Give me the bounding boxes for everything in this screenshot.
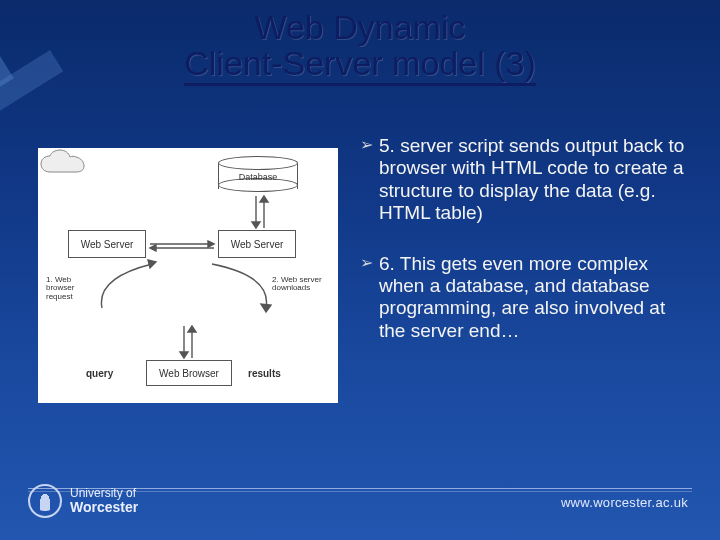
- crest-icon: [28, 484, 62, 518]
- uni-main: Worcester: [70, 500, 138, 515]
- database-label: Database: [218, 172, 298, 182]
- svg-marker-5: [208, 241, 214, 247]
- university-name: University of Worcester: [70, 487, 138, 514]
- server-server-arrow: [146, 240, 218, 252]
- web-server-left: Web Server: [68, 230, 146, 258]
- cloud-browser-arrow: [178, 324, 198, 360]
- query-label: query: [86, 368, 113, 379]
- cloud-to-server-arrow: [206, 258, 276, 314]
- web-server-right: Web Server: [218, 230, 296, 258]
- bullet-text: 5. server script sends output back to br…: [379, 135, 696, 225]
- bullet-text: 6. This gets even more complex when a da…: [379, 253, 696, 343]
- university-logo: University of Worcester: [28, 484, 138, 518]
- bullet-number: 6.: [379, 253, 395, 274]
- footer-url: www.worcester.ac.uk: [561, 495, 688, 510]
- bullet-item: ➢ 6. This gets even more complex when a …: [360, 253, 696, 343]
- db-server-arrow: [250, 194, 270, 230]
- slide-title: Web Dynamic Client-Server model (3): [184, 10, 535, 86]
- title-block: Web Dynamic Client-Server model (3): [0, 10, 720, 86]
- footer: University of Worcester www.worcester.ac…: [0, 470, 720, 540]
- bullet-marker-icon: ➢: [360, 253, 373, 343]
- svg-marker-13: [188, 326, 196, 332]
- bullet-number: 5.: [379, 135, 395, 156]
- bullet-body: server script sends output back to brows…: [379, 135, 684, 223]
- bullet-marker-icon: ➢: [360, 135, 373, 225]
- step2-label: 2. Web server downloads: [272, 276, 332, 293]
- slide: Web Dynamic Client-Server model (3) Data…: [0, 0, 720, 540]
- svg-marker-7: [150, 245, 156, 251]
- step1-label: 1. Web browser request: [46, 276, 98, 301]
- svg-marker-11: [180, 352, 188, 358]
- database-icon: Database: [218, 156, 298, 192]
- bullet-list: ➢ 5. server script sends output back to …: [360, 135, 696, 370]
- browser-to-cloud-arrow: [96, 258, 166, 314]
- svg-marker-3: [260, 196, 268, 202]
- web-browser-box: Web Browser: [146, 360, 232, 386]
- svg-marker-8: [148, 260, 156, 268]
- architecture-diagram: Database Web Server Web Server Web Brows…: [38, 148, 338, 403]
- svg-marker-9: [261, 304, 271, 312]
- title-line2: Client-Server model (3): [184, 44, 535, 82]
- title-line1: Web Dynamic: [254, 8, 465, 46]
- internet-cloud-icon: [38, 148, 100, 180]
- svg-marker-1: [252, 222, 260, 228]
- results-label: results: [248, 368, 281, 379]
- bullet-body: This gets even more complex when a datab…: [379, 253, 665, 341]
- bullet-item: ➢ 5. server script sends output back to …: [360, 135, 696, 225]
